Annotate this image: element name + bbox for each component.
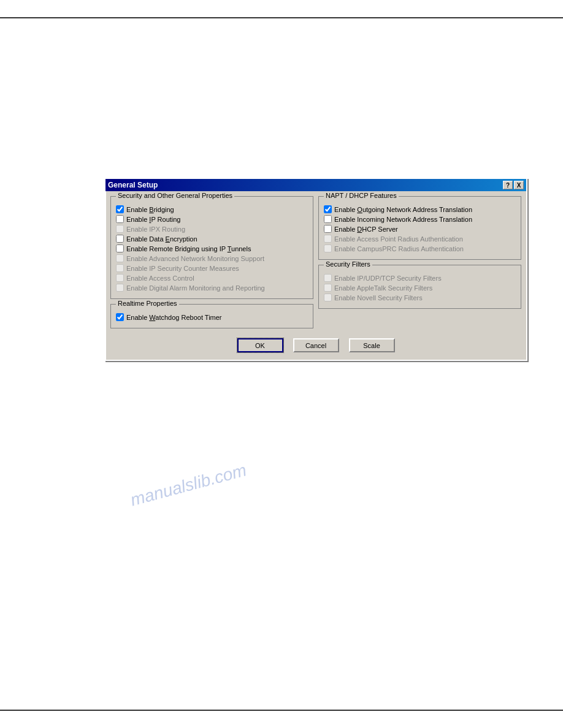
security-group: Security and Other General Properties En… [110, 196, 313, 299]
security-filters-group: Security Filters Enable IP/UDP/TCP Secur… [318, 265, 521, 309]
napt-group-label: NAPT / DHCP Features [324, 192, 399, 199]
label-watchdog: Enable Watchdog Reboot Timer [126, 314, 222, 321]
dialog-columns: Security and Other General Properties En… [110, 196, 521, 333]
label-appletalk: Enable AppleTalk Security Filters [334, 284, 432, 292]
checkbox-row-appletalk: Enable AppleTalk Security Filters [324, 284, 516, 292]
dialog-footer: OK Cancel Scale [110, 333, 521, 355]
label-digital-alarm: Enable Digital Alarm Monitoring and Repo… [126, 284, 265, 292]
security-filters-label: Security Filters [324, 260, 372, 268]
checkbox-campus [324, 245, 332, 252]
checkbox-row-novell: Enable Novell Security Filters [324, 294, 516, 301]
checkbox-row-ipx-routing: Enable IPX Routing [116, 225, 308, 233]
checkbox-row-campus: Enable CampusPRC Radius Authentication [324, 245, 516, 252]
label-ip-security: Enable IP Security Counter Measures [126, 265, 239, 272]
right-column: NAPT / DHCP Features Enable Outgoing Net… [318, 196, 521, 333]
top-rule [0, 17, 563, 18]
close-button[interactable]: X [514, 181, 524, 189]
realtime-group: Realtime Properties Enable Watchdog Rebo… [110, 304, 313, 328]
dialog-body: Security and Other General Properties En… [105, 191, 526, 360]
label-remote-bridge: Enable Remote Bridging using IP Tunnels [126, 245, 251, 252]
ok-button[interactable]: OK [237, 338, 283, 352]
label-incoming-nat: Enable Incoming Network Address Translat… [334, 216, 472, 223]
scale-button[interactable]: Scale [349, 338, 395, 352]
checkbox-dhcp[interactable] [324, 225, 332, 233]
bottom-rule [0, 710, 563, 711]
napt-group: NAPT / DHCP Features Enable Outgoing Net… [318, 196, 521, 260]
watermark: manualslib.com [128, 460, 248, 510]
dialog-titlebar: General Setup ? X [105, 179, 526, 191]
checkbox-appletalk [324, 284, 332, 292]
checkbox-row-dhcp: Enable DHCP Server [324, 225, 516, 233]
label-adv-network: Enable Advanced Network Monitoring Suppo… [126, 255, 264, 262]
checkbox-watchdog[interactable] [116, 313, 124, 321]
checkbox-row-ip-security: Enable IP Security Counter Measures [116, 264, 308, 272]
checkbox-incoming-nat[interactable] [324, 215, 332, 223]
checkbox-row-ip-udp-tcp: Enable IP/UDP/TCP Security Filters [324, 274, 516, 282]
general-setup-dialog: General Setup ? X Security and Other Gen… [104, 178, 527, 361]
checkbox-row-digital-alarm: Enable Digital Alarm Monitoring and Repo… [116, 284, 308, 292]
checkbox-adv-network [116, 254, 124, 262]
checkbox-row-remote-bridge: Enable Remote Bridging using IP Tunnels [116, 245, 308, 252]
checkbox-outgoing-nat[interactable] [324, 205, 332, 213]
label-outgoing-nat: Enable Outgoing Network Address Translat… [334, 206, 472, 213]
checkbox-ip-routing[interactable] [116, 215, 124, 223]
dialog-title: General Setup [108, 181, 158, 189]
label-access-point: Enable Access Point Radius Authenticatio… [334, 235, 463, 243]
checkbox-row-incoming-nat: Enable Incoming Network Address Translat… [324, 215, 516, 223]
label-data-enc: Enable Data Encryption [126, 235, 197, 243]
checkbox-ipx-routing [116, 225, 124, 233]
checkbox-digital-alarm [116, 284, 124, 292]
checkbox-row-access-point: Enable Access Point Radius Authenticatio… [324, 235, 516, 243]
checkbox-bridging[interactable] [116, 205, 124, 213]
label-bridging: Enable Bridging [126, 206, 174, 213]
checkbox-row-data-enc: Enable Data Encryption [116, 235, 308, 243]
security-group-label: Security and Other General Properties [116, 192, 234, 199]
checkbox-row-outgoing-nat: Enable Outgoing Network Address Translat… [324, 205, 516, 213]
checkbox-access-ctrl [116, 274, 124, 282]
checkbox-row-ip-routing: Enable IP Routing [116, 215, 308, 223]
cancel-button[interactable]: Cancel [293, 338, 339, 352]
left-column: Security and Other General Properties En… [110, 196, 313, 333]
checkbox-remote-bridge[interactable] [116, 245, 124, 252]
checkbox-row-bridging: Enable Bridging [116, 205, 308, 213]
label-access-ctrl: Enable Access Control [126, 275, 194, 282]
checkbox-ip-udp-tcp [324, 274, 332, 282]
checkbox-novell [324, 294, 332, 301]
label-dhcp: Enable DHCP Server [334, 226, 398, 233]
checkbox-access-point [324, 235, 332, 243]
title-buttons: ? X [503, 181, 524, 189]
realtime-group-label: Realtime Properties [116, 300, 179, 307]
label-ip-udp-tcp: Enable IP/UDP/TCP Security Filters [334, 275, 442, 282]
label-ipx-routing: Enable IPX Routing [126, 226, 185, 233]
checkbox-row-access-ctrl: Enable Access Control [116, 274, 308, 282]
label-novell: Enable Novell Security Filters [334, 294, 423, 301]
checkbox-data-enc[interactable] [116, 235, 124, 243]
label-ip-routing: Enable IP Routing [126, 216, 180, 223]
help-button[interactable]: ? [503, 181, 513, 189]
checkbox-row-watchdog: Enable Watchdog Reboot Timer [116, 313, 308, 321]
checkbox-row-adv-network: Enable Advanced Network Monitoring Suppo… [116, 254, 308, 262]
checkbox-ip-security [116, 264, 124, 272]
label-campus: Enable CampusPRC Radius Authentication [334, 245, 464, 252]
